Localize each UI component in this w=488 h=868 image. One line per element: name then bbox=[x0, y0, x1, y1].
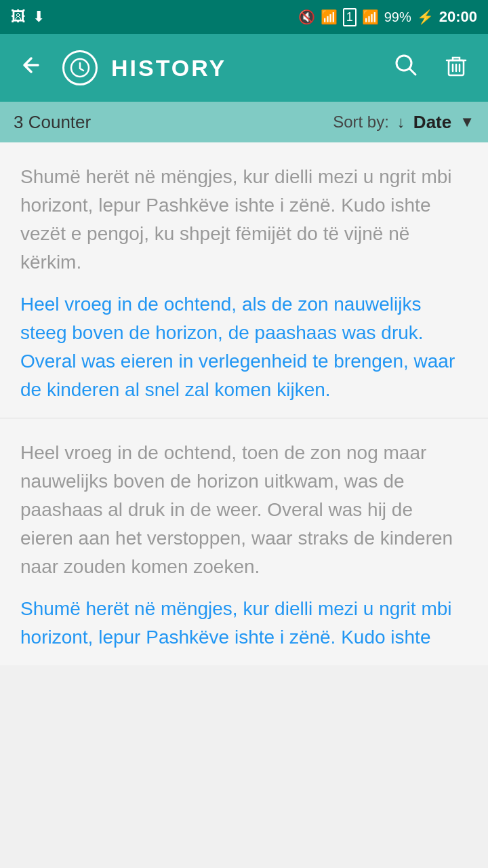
sort-controls[interactable]: Sort by: ↓ Date ▼ bbox=[333, 112, 474, 133]
nav-bar: HISTORY bbox=[0, 34, 488, 102]
content-area: Shumë herët në mëngjes, kur dielli mezi … bbox=[0, 142, 488, 665]
entry-1-original-text: Shumë herët në mëngjes, kur dielli mezi … bbox=[20, 163, 468, 277]
sort-direction-icon[interactable]: ↓ bbox=[397, 113, 405, 132]
mute-icon: 🔇 bbox=[298, 9, 315, 25]
image-icon: 🖼 bbox=[11, 8, 26, 26]
history-entry-2: Heel vroeg in de ochtend, toen de zon no… bbox=[0, 418, 488, 665]
entry-2-translated-text[interactable]: Shumë herët në mëngjes, kur dielli mezi … bbox=[20, 595, 468, 652]
sort-date-label: Date bbox=[413, 112, 451, 133]
status-bar-left: 🖼 ⬇ bbox=[11, 8, 45, 26]
entry-2-original-text: Heel vroeg in de ochtend, toen de zon no… bbox=[20, 439, 468, 581]
history-entry-1: Shumë herët në mëngjes, kur dielli mezi … bbox=[0, 142, 488, 418]
counter-label: 3 Counter bbox=[14, 112, 91, 133]
nav-title: HISTORY bbox=[111, 55, 374, 81]
status-bar-right: 🔇 📶 1 📶 99% ⚡ 20:00 bbox=[298, 8, 477, 26]
history-clock-icon bbox=[62, 50, 98, 85]
sort-dropdown-icon[interactable]: ▼ bbox=[460, 113, 474, 131]
signal-icon: 📶 bbox=[362, 9, 379, 25]
wifi-icon: 📶 bbox=[321, 9, 338, 25]
back-button[interactable] bbox=[14, 47, 49, 89]
time-label: 20:00 bbox=[439, 8, 477, 26]
battery-label: 99% bbox=[384, 9, 411, 25]
sim-icon: 1 bbox=[343, 8, 357, 26]
search-button[interactable] bbox=[388, 47, 424, 89]
sort-by-label: Sort by: bbox=[333, 113, 389, 132]
trash-button[interactable] bbox=[438, 47, 474, 89]
entry-1-translated-text[interactable]: Heel vroeg in de ochtend, als de zon nau… bbox=[20, 290, 468, 404]
status-bar: 🖼 ⬇ 🔇 📶 1 📶 99% ⚡ 20:00 bbox=[0, 0, 488, 34]
battery-icon: ⚡ bbox=[417, 9, 434, 25]
download-icon: ⬇ bbox=[33, 8, 45, 26]
sort-bar: 3 Counter Sort by: ↓ Date ▼ bbox=[0, 102, 488, 142]
